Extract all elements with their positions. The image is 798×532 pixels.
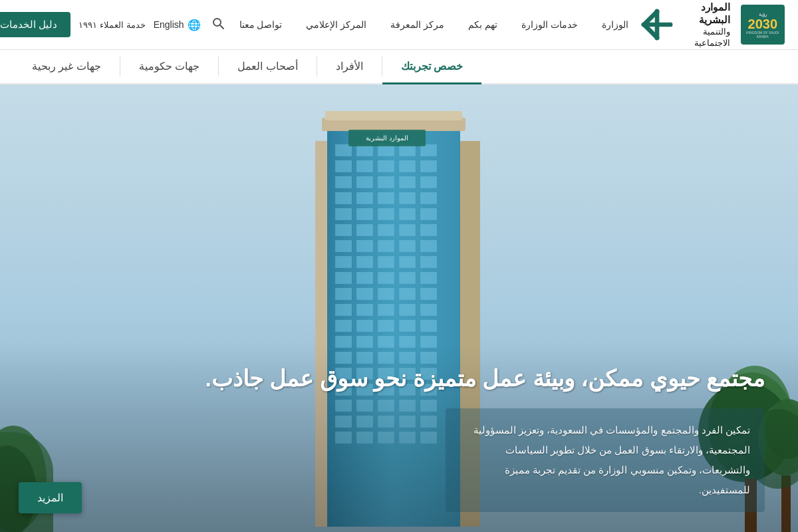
svg-rect-55	[356, 288, 373, 300]
tab-divider-2	[317, 57, 317, 76]
org-name-line1: الموارد البشرية	[682, 1, 730, 27]
tab-employers[interactable]: أصحاب العمل	[219, 50, 316, 84]
svg-rect-49	[335, 272, 352, 284]
svg-rect-50	[356, 272, 373, 284]
kingdom-label: KINGDOM OF SAUDI ARABIA	[743, 31, 782, 39]
customer-service-label: خدمة العملاء ١٩٩١	[78, 20, 145, 30]
svg-rect-56	[378, 288, 394, 300]
svg-rect-42	[399, 240, 416, 252]
vision-2030-logo: رؤية 2030 KINGDOM OF SAUDI ARABIA	[741, 5, 785, 45]
svg-rect-37	[399, 224, 416, 236]
svg-rect-29	[335, 208, 352, 220]
svg-rect-34	[335, 224, 352, 236]
svg-rect-67	[399, 320, 416, 332]
hero-title: مجتمع حيوي ممكن، وبيئة عمل متميزة نحو سو…	[80, 363, 765, 395]
svg-line-5	[220, 25, 223, 29]
svg-rect-24	[335, 192, 352, 204]
svg-rect-64	[335, 320, 352, 332]
tab-personalize[interactable]: خصص تجربتك	[382, 50, 481, 84]
svg-rect-52	[399, 272, 416, 284]
tab-divider-3	[218, 57, 219, 76]
svg-rect-32	[399, 208, 416, 220]
nav-ministry[interactable]: الوزارة	[590, 19, 640, 30]
svg-rect-16	[378, 160, 394, 172]
header-right: رؤية 2030 KINGDOM OF SAUDI ARABIA الموار…	[640, 1, 785, 49]
svg-rect-47	[399, 256, 416, 268]
svg-rect-26	[378, 192, 394, 204]
vision-arabic: رؤية	[759, 12, 767, 17]
svg-rect-39	[335, 240, 352, 252]
header-left: 🌐 English خدمة العملاء ١٩٩١ دليل الخدمات	[0, 12, 227, 37]
svg-text:الموارد البشرية: الموارد البشرية	[366, 134, 408, 142]
svg-rect-59	[335, 304, 352, 316]
more-button[interactable]: المزيد	[19, 482, 82, 513]
svg-rect-36	[378, 224, 394, 236]
svg-rect-22	[399, 176, 416, 188]
svg-rect-33	[420, 208, 437, 220]
globe-icon: 🌐	[188, 19, 201, 31]
language-switcher[interactable]: 🌐 English	[154, 19, 201, 31]
svg-rect-62	[399, 304, 416, 316]
svg-rect-14	[335, 160, 352, 172]
services-button[interactable]: دليل الخدمات	[0, 12, 70, 37]
vision-year: 2030	[748, 17, 778, 31]
svg-rect-23	[420, 176, 437, 188]
main-header: رؤية 2030 KINGDOM OF SAUDI ARABIA الموار…	[0, 0, 798, 50]
nav-media-center[interactable]: المركز الإعلامي	[294, 19, 378, 30]
lang-label: English	[154, 19, 184, 30]
tab-navigation: خصص تجربتك الأفراد أصحاب العمل جهات حكوم…	[0, 50, 798, 84]
svg-rect-105	[325, 111, 462, 120]
svg-rect-63	[420, 304, 437, 316]
tab-divider-1	[382, 57, 382, 76]
svg-rect-27	[399, 192, 416, 204]
nav-care-for-you[interactable]: تهم بكم	[456, 19, 509, 30]
svg-rect-20	[356, 176, 373, 188]
hero-subtitle: تمكين الفرد والمجتمع والمؤسسات في السعود…	[446, 408, 765, 512]
svg-rect-53	[420, 272, 437, 284]
svg-rect-54	[335, 288, 352, 300]
svg-rect-45	[356, 256, 373, 268]
org-name-line2: والتنمية الاجتماعية	[682, 27, 730, 49]
svg-rect-57	[399, 288, 416, 300]
tab-divider-4	[120, 57, 120, 76]
hero-content: مجتمع حيوي ممكن، وبيئة عمل متميزة نحو سو…	[0, 343, 798, 532]
tab-nonprofit[interactable]: جهات غير ربحية	[13, 50, 120, 84]
search-button[interactable]	[209, 14, 227, 36]
svg-rect-35	[356, 224, 373, 236]
svg-rect-51	[378, 272, 394, 284]
svg-rect-28	[420, 192, 437, 204]
svg-rect-65	[356, 320, 373, 332]
svg-rect-60	[356, 304, 373, 316]
svg-rect-18	[420, 160, 437, 172]
svg-rect-25	[356, 192, 373, 204]
svg-rect-38	[420, 224, 437, 236]
svg-rect-68	[420, 320, 437, 332]
svg-rect-15	[356, 160, 373, 172]
svg-rect-44	[335, 256, 352, 268]
svg-rect-40	[356, 240, 373, 252]
main-nav: الوزارة خدمات الوزارة تهم بكم مركز المعر…	[227, 19, 640, 30]
nav-contact-us[interactable]: تواصل معنا	[227, 19, 295, 30]
tab-individuals[interactable]: الأفراد	[317, 50, 382, 84]
svg-rect-48	[420, 256, 437, 268]
nav-knowledge-center[interactable]: مركز المعرفة	[378, 19, 456, 30]
search-icon	[211, 17, 225, 30]
svg-rect-31	[378, 208, 394, 220]
svg-rect-66	[378, 320, 394, 332]
star-logo	[640, 7, 674, 43]
svg-rect-58	[420, 288, 437, 300]
svg-rect-21	[378, 176, 394, 188]
svg-rect-61	[378, 304, 394, 316]
tab-gov[interactable]: جهات حكومية	[120, 50, 218, 84]
svg-rect-17	[399, 160, 416, 172]
org-logo-area: الموارد البشرية والتنمية الاجتماعية	[640, 1, 730, 49]
svg-rect-43	[420, 240, 437, 252]
nav-ministry-services[interactable]: خدمات الوزارة	[509, 19, 590, 30]
svg-rect-19	[335, 176, 352, 188]
svg-rect-46	[378, 256, 394, 268]
star-icon	[640, 8, 674, 41]
svg-rect-30	[356, 208, 373, 220]
org-name: الموارد البشرية والتنمية الاجتماعية	[682, 1, 730, 49]
hero-section: الموارد البشرية مجتمع حيوي ممكن، وبيئة ع…	[0, 84, 798, 532]
svg-rect-41	[378, 240, 394, 252]
